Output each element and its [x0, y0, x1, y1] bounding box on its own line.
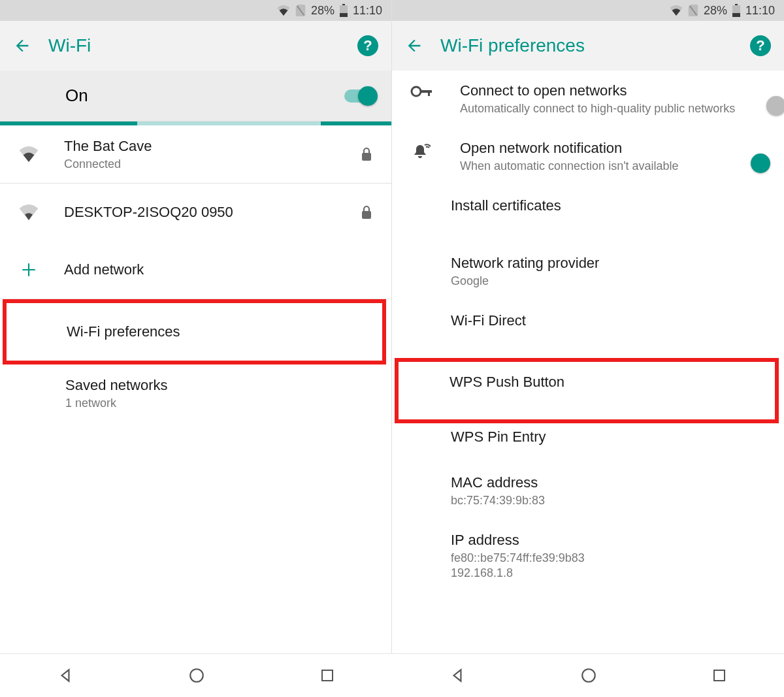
- back-button[interactable]: [405, 37, 423, 55]
- add-network-label: Add network: [64, 261, 376, 278]
- network-status: Connected: [64, 157, 338, 171]
- bell-wifi-icon: [402, 140, 440, 162]
- svg-rect-12: [428, 90, 430, 96]
- saved-networks-row[interactable]: Saved networks 1 network: [0, 365, 391, 422]
- app-bar: Wi-Fi ?: [0, 21, 391, 71]
- saved-networks-count: 1 network: [65, 397, 376, 410]
- mac-address-row: MAC address bc:75:74:39:9b:83: [392, 462, 784, 520]
- item-subtitle: Google: [451, 274, 768, 288]
- wps-pin-entry-row[interactable]: WPS Pin Entry: [392, 423, 784, 462]
- ip-address-value: fe80::be75:74ff:fe39:9b83: [451, 551, 768, 565]
- add-network-row[interactable]: Add network: [0, 241, 391, 299]
- wifi-preferences-row[interactable]: Wi-Fi preferences: [7, 303, 382, 361]
- highlight-wps-push: WPS Push Button: [395, 358, 779, 423]
- lock-icon: [357, 147, 376, 161]
- connect-open-networks-row[interactable]: Connect to open networks Automatically c…: [392, 71, 784, 128]
- wifi-toggle-switch[interactable]: [344, 89, 376, 103]
- network-row[interactable]: DESKTOP-2ISOQ20 0950: [0, 184, 391, 241]
- item-title: Wi-Fi Direct: [451, 312, 768, 329]
- help-button[interactable]: ?: [357, 35, 378, 56]
- svg-rect-7: [735, 4, 738, 5]
- wifi-direct-row[interactable]: Wi-Fi Direct: [392, 300, 784, 358]
- item-title: WPS Push Button: [449, 374, 759, 391]
- network-row[interactable]: The Bat Cave Connected: [0, 125, 391, 183]
- svg-point-13: [190, 669, 203, 682]
- item-title: Open network notification: [460, 140, 749, 157]
- lock-icon: [357, 205, 376, 219]
- nav-back-button[interactable]: [449, 667, 466, 684]
- status-bar: 28% 11:10: [0, 0, 391, 21]
- item-title: Connect to open networks: [460, 82, 749, 99]
- wifi-preferences-label: Wi-Fi preferences: [67, 323, 367, 340]
- svg-rect-16: [714, 670, 725, 681]
- no-sim-icon: [688, 5, 698, 16]
- wifi-master-toggle-row[interactable]: On: [0, 71, 391, 122]
- battery-percent: 28%: [704, 4, 727, 18]
- battery-percent: 28%: [311, 4, 335, 18]
- back-button[interactable]: [13, 37, 31, 55]
- ip-address-value-2: 192.168.1.8: [451, 566, 768, 580]
- key-icon: [402, 82, 440, 98]
- app-bar: Wi-Fi preferences ?: [392, 21, 784, 71]
- item-title: IP address: [451, 532, 768, 549]
- wifi-signal-icon: [13, 204, 44, 220]
- nav-recents-button[interactable]: [319, 668, 335, 683]
- svg-point-15: [582, 669, 595, 682]
- wifi-toggle-label: On: [65, 86, 344, 106]
- plus-icon: [13, 261, 44, 278]
- wifi-status-icon: [670, 5, 683, 16]
- page-title: Wi-Fi preferences: [440, 35, 733, 56]
- ip-address-row: IP address fe80::be75:74ff:fe39:9b83 192…: [392, 520, 784, 580]
- saved-networks-label: Saved networks: [65, 377, 376, 394]
- clock: 11:10: [745, 4, 775, 18]
- nav-home-button[interactable]: [188, 667, 205, 684]
- svg-rect-4: [362, 153, 371, 161]
- android-nav-bar: [0, 653, 784, 697]
- no-sim-icon: [295, 5, 306, 16]
- item-title: Network rating provider: [451, 255, 768, 272]
- nav-back-button[interactable]: [57, 667, 74, 684]
- svg-rect-1: [342, 4, 345, 5]
- network-ssid: The Bat Cave: [64, 138, 338, 155]
- phone-right: 28% 11:10 Wi-Fi preferences ? Connect to…: [392, 0, 784, 653]
- page-title: Wi-Fi: [48, 35, 340, 56]
- item-title: MAC address: [451, 474, 768, 491]
- svg-point-10: [412, 87, 421, 96]
- highlight-wifi-preferences: Wi-Fi preferences: [3, 299, 386, 365]
- svg-rect-9: [732, 13, 740, 17]
- clock: 11:10: [353, 4, 382, 18]
- network-ssid: DESKTOP-2ISOQ20 0950: [64, 204, 338, 221]
- help-button[interactable]: ?: [750, 35, 771, 56]
- item-title: WPS Pin Entry: [451, 429, 768, 446]
- svg-rect-3: [340, 13, 348, 17]
- item-title: Install certificates: [451, 197, 768, 214]
- wifi-status-icon: [277, 5, 290, 16]
- item-subtitle: When automatic connection isn't availabl…: [460, 159, 749, 173]
- svg-rect-5: [362, 211, 371, 219]
- svg-rect-11: [420, 90, 432, 93]
- network-rating-provider-row[interactable]: Network rating provider Google: [392, 243, 784, 300]
- nav-home-button[interactable]: [580, 667, 597, 684]
- wps-push-button-row[interactable]: WPS Push Button: [399, 362, 775, 419]
- wifi-signal-icon: [13, 146, 44, 162]
- item-subtitle: Automatically connect to high-quality pu…: [460, 102, 749, 116]
- svg-rect-14: [322, 670, 333, 681]
- battery-icon: [732, 4, 740, 17]
- mac-address-value: bc:75:74:39:9b:83: [451, 494, 768, 508]
- battery-icon: [340, 4, 348, 17]
- open-network-notification-row[interactable]: Open network notification When automatic…: [392, 128, 784, 186]
- status-bar: 28% 11:10: [392, 0, 784, 21]
- install-certificates-row[interactable]: Install certificates: [392, 186, 784, 243]
- nav-recents-button[interactable]: [711, 668, 727, 683]
- phone-left: 28% 11:10 Wi-Fi ? On The Bat Cave Conne: [0, 0, 392, 653]
